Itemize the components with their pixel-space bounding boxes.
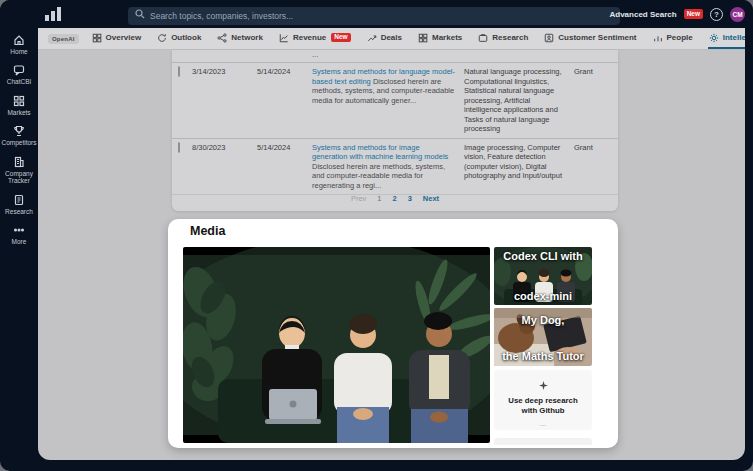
main-video[interactable] [183, 247, 490, 443]
search-input[interactable] [128, 7, 620, 25]
tab-label: Research [492, 33, 528, 42]
tab-people[interactable]: People [652, 28, 694, 49]
video-scene-three-people [183, 247, 490, 443]
media-card: Media [168, 219, 618, 448]
revenue-chart-icon [279, 33, 289, 43]
sidebar-item-label: Competitors [1, 139, 36, 146]
patents-table-card: ... 3/14/2023 5/14/2024 Systems and meth… [172, 50, 618, 211]
company-logo-chip: OpenAI [48, 34, 79, 44]
media-card-partial [494, 438, 592, 445]
app-window: Advanced Search New ? CM Home ChatCBI Ma… [0, 0, 753, 471]
people-icon [653, 33, 663, 43]
video-thumbnail-my-dog[interactable]: My Dog, the Maths Tutor [494, 308, 592, 366]
grid-icon [13, 95, 25, 107]
building-icon [13, 156, 25, 168]
outlook-icon [157, 33, 167, 43]
sidebar-item-home[interactable]: Home [0, 34, 38, 55]
patent-topics: Natural language processing, Computation… [464, 67, 574, 134]
patent-date-filed: 8/30/2023 [192, 143, 257, 191]
global-search [128, 5, 620, 23]
pagination-page-1[interactable]: 1 [377, 194, 381, 203]
home-icon [13, 34, 25, 46]
chat-icon [13, 64, 25, 76]
sparkle-icon [539, 381, 548, 390]
tab-intellectual-property[interactable]: Intellectual Property [708, 28, 745, 49]
document-icon [13, 194, 25, 206]
pagination-page-3[interactable]: 3 [408, 194, 412, 203]
content-panel: OpenAI Overview Outlook Network Revenue … [38, 28, 745, 460]
sidebar-item-research[interactable]: Research [0, 194, 38, 215]
media-card-deep-research[interactable]: Use deep research with Github ... [494, 370, 592, 430]
pagination-prev[interactable]: Prev [351, 194, 366, 203]
tab-label: Outlook [171, 33, 201, 42]
sidebar-item-more[interactable]: More [0, 224, 38, 245]
tab-outlook[interactable]: Outlook [156, 28, 202, 49]
video-title-line: codex-mini [494, 290, 592, 302]
sidebar-item-label: More [12, 238, 27, 245]
tab-revenue[interactable]: Revenue New [278, 28, 352, 49]
sidebar-item-markets[interactable]: Markets [0, 95, 38, 116]
patent-date-filed: 3/14/2023 [192, 67, 257, 134]
video-title-line: Codex CLI with [494, 250, 592, 262]
patent-status: Grant [574, 67, 614, 134]
tab-research[interactable]: Research [477, 28, 529, 49]
sidebar-item-competitors[interactable]: Competitors [0, 125, 38, 146]
sidebar-item-chatcbi[interactable]: ChatCBI [0, 64, 38, 85]
patent-status: Grant [574, 143, 614, 191]
user-avatar[interactable]: CM [730, 7, 745, 22]
research-icon [478, 33, 488, 43]
tab-label: Overview [106, 33, 142, 42]
video-title-line: My Dog, [494, 314, 592, 326]
tab-label: People [667, 33, 693, 42]
patent-date-granted: 5/14/2024 [257, 143, 312, 191]
customer-sentiment-icon [544, 33, 554, 43]
ellipsis-icon [13, 224, 25, 236]
media-card-more: ... [494, 419, 592, 428]
video-title-line: the Maths Tutor [494, 350, 592, 362]
trophy-icon [13, 125, 25, 137]
sidebar-item-label: Home [10, 48, 27, 55]
markets-icon [418, 33, 428, 43]
patent-date-granted: 5/14/2024 [257, 67, 312, 134]
advanced-search-new-badge: New [684, 9, 703, 19]
sidebar-item-label: Company Tracker [0, 170, 38, 185]
pagination-next[interactable]: Next [423, 194, 439, 203]
row-checkbox[interactable] [178, 142, 180, 153]
media-card-text: Use deep research with Github [494, 394, 592, 415]
company-tab-bar: OpenAI Overview Outlook Network Revenue … [38, 28, 745, 50]
tab-deals[interactable]: Deals [366, 28, 403, 49]
sidebar-item-label: Markets [7, 109, 30, 116]
tab-markets[interactable]: Markets [417, 28, 463, 49]
pagination-page-2[interactable]: 2 [392, 194, 396, 203]
top-bar: Advanced Search New ? CM [0, 0, 753, 28]
tab-label: Markets [432, 33, 462, 42]
sidebar-item-label: ChatCBI [7, 78, 32, 85]
page-scroll-area: ... 3/14/2023 5/14/2024 Systems and meth… [38, 50, 745, 460]
sidebar-item-company-tracker[interactable]: Company Tracker [0, 156, 38, 185]
advanced-search-button[interactable]: Advanced Search [609, 10, 676, 19]
help-icon[interactable]: ? [710, 8, 723, 21]
revenue-new-badge: New [331, 33, 350, 43]
tab-label: Revenue [293, 33, 326, 42]
table-row: 3/14/2023 5/14/2024 Systems and methods … [172, 63, 618, 139]
tab-overview[interactable]: Overview [91, 28, 143, 49]
row-checkbox[interactable] [178, 66, 180, 77]
table-row-partial: ... [172, 50, 618, 63]
sidebar: Home ChatCBI Markets Competitors Company… [0, 28, 38, 471]
truncated-text: ... [312, 50, 464, 60]
search-icon [135, 9, 145, 19]
overview-icon [92, 33, 102, 43]
patent-title-link[interactable]: Systems and methods for image generation… [312, 143, 448, 162]
deals-icon [367, 33, 377, 43]
video-thumbnail-codex-cli[interactable]: Codex CLI with codex-mini [494, 247, 592, 305]
cbinsights-logo-icon [44, 6, 62, 22]
patent-topics: Image processing, Computer vision, Featu… [464, 143, 574, 191]
intellectual-property-icon [709, 33, 719, 43]
sidebar-item-label: Research [5, 208, 33, 215]
tab-label: Deals [381, 33, 402, 42]
tab-label: Intellectual Property [723, 33, 745, 42]
pagination: Prev 1 2 3 Next [172, 185, 618, 211]
tab-network[interactable]: Network [216, 28, 264, 49]
media-section-title: Media [190, 224, 225, 238]
tab-customer-sentiment[interactable]: Customer Sentiment [543, 28, 637, 49]
